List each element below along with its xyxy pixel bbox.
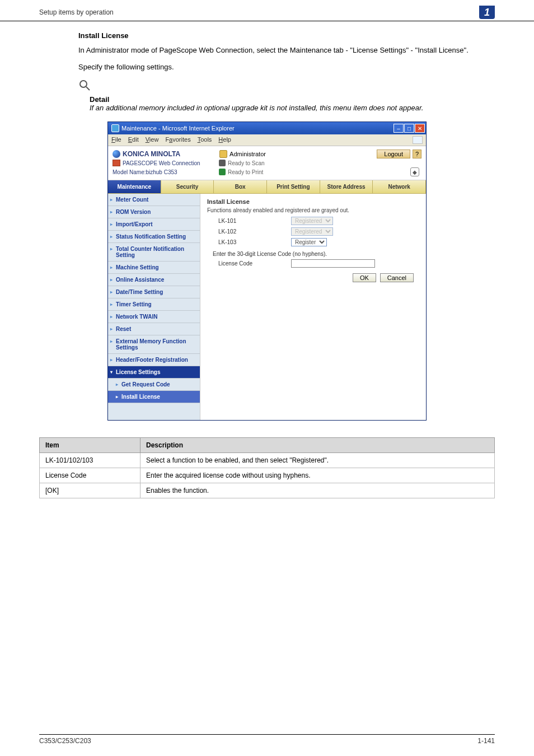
enter-code-note: Enter the 30-digit License Code (no hyph… bbox=[213, 251, 419, 257]
tab-box[interactable]: Box bbox=[214, 180, 267, 194]
ready-scan-label: Ready to Scan bbox=[228, 160, 265, 166]
cell-desc: Enter the acquired license code without … bbox=[140, 468, 495, 483]
print-icon bbox=[219, 169, 226, 175]
table-row: License Code Enter the acquired license … bbox=[40, 468, 495, 483]
sidebar-item-rom-version[interactable]: ROM Version bbox=[108, 206, 200, 218]
sidebar-item-reset[interactable]: Reset bbox=[108, 323, 200, 335]
function-select-lk103[interactable]: Register bbox=[291, 238, 327, 246]
sidebar-item-online-assistance[interactable]: Online Assistance bbox=[108, 274, 200, 286]
tab-maintenance[interactable]: Maintenance bbox=[108, 180, 161, 194]
breadcrumb: Setup items by operation bbox=[39, 8, 114, 16]
menu-file[interactable]: File bbox=[111, 136, 121, 144]
tab-security[interactable]: Security bbox=[161, 180, 214, 194]
status-area: PAGESCOPE Web Connection Ready to Scan M… bbox=[108, 158, 426, 180]
pagescope-label: PAGESCOPE Web Connection bbox=[123, 160, 200, 166]
globe-icon bbox=[113, 150, 120, 158]
status-indicator-icon: ◆ bbox=[410, 167, 419, 176]
magnifier-icon bbox=[78, 79, 495, 94]
ie-throbber-icon bbox=[413, 136, 423, 144]
cell-item: [OK] bbox=[40, 483, 140, 498]
svg-line-1 bbox=[86, 87, 90, 90]
help-button[interactable]: ? bbox=[413, 150, 421, 158]
close-button[interactable]: ✕ bbox=[415, 124, 425, 133]
page-footer: C353/C253/C203 1-141 bbox=[39, 734, 495, 745]
sidebar-item-license-settings[interactable]: License Settings bbox=[108, 366, 200, 379]
section-paragraph-1: In Administrator mode of PageScope Web C… bbox=[78, 45, 495, 55]
browser-window: Maintenance - Microsoft Internet Explore… bbox=[107, 122, 427, 421]
admin-icon bbox=[219, 150, 227, 158]
menu-tools[interactable]: Tools bbox=[198, 136, 212, 144]
description-table: Item Description LK-101/102/103 Select a… bbox=[39, 437, 495, 498]
konica-minolta-logo: KONICA MINOLTA bbox=[113, 150, 180, 158]
cancel-button[interactable]: Cancel bbox=[380, 273, 414, 282]
svg-point-0 bbox=[80, 81, 87, 87]
col-header-description: Description bbox=[140, 438, 495, 453]
tab-bar: Maintenance Security Box Print Setting S… bbox=[108, 180, 426, 194]
minimize-button[interactable]: – bbox=[394, 124, 404, 133]
menu-edit[interactable]: Edit bbox=[128, 136, 139, 144]
license-code-input[interactable] bbox=[291, 259, 375, 268]
window-controls: – □ ✕ bbox=[394, 124, 425, 133]
cell-item: LK-101/102/103 bbox=[40, 453, 140, 468]
function-label: LK-101 bbox=[207, 218, 291, 224]
menu-favorites[interactable]: Favorites bbox=[165, 136, 190, 144]
sidebar-item-status-notification[interactable]: Status Notification Setting bbox=[108, 231, 200, 243]
cell-desc: Enables the function. bbox=[140, 483, 495, 498]
section-paragraph-2: Specify the following settings. bbox=[78, 62, 495, 72]
sidebar-sub-get-request-code[interactable]: Get Request Code bbox=[108, 379, 200, 391]
sidebar-sub-install-license[interactable]: Install License bbox=[108, 391, 200, 403]
button-row: OK Cancel bbox=[207, 273, 419, 282]
function-select-lk101: Registered bbox=[291, 217, 333, 225]
window-title: Maintenance - Microsoft Internet Explore… bbox=[121, 125, 235, 132]
app-header-row: KONICA MINOLTA Administrator Logout ? bbox=[108, 146, 426, 158]
sidebar-item-timer-setting[interactable]: Timer Setting bbox=[108, 298, 200, 311]
ie-icon bbox=[111, 124, 119, 132]
detail-label: Detail bbox=[90, 95, 495, 104]
license-code-row: License Code bbox=[218, 259, 419, 268]
function-label: LK-102 bbox=[207, 228, 291, 235]
page-header: Setup items by operation 1 bbox=[0, 0, 534, 21]
col-header-item: Item bbox=[40, 438, 140, 453]
sidebar-item-import-export[interactable]: Import/Export bbox=[108, 218, 200, 231]
panel-heading: Install License bbox=[207, 198, 419, 205]
function-row-lk102: LK-102 Registered bbox=[207, 227, 419, 236]
ok-button[interactable]: OK bbox=[353, 273, 376, 282]
page-body: Install License In Administrator mode of… bbox=[0, 21, 534, 498]
logout-button[interactable]: Logout bbox=[377, 150, 410, 158]
sidebar: Meter Count ROM Version Import/Export St… bbox=[108, 194, 200, 420]
pagescope-icon bbox=[113, 160, 120, 166]
browser-titlebar: Maintenance - Microsoft Internet Explore… bbox=[108, 122, 426, 134]
table-row: LK-101/102/103 Select a function to be e… bbox=[40, 453, 495, 468]
sidebar-item-total-counter-notification[interactable]: Total Counter Notification Setting bbox=[108, 243, 200, 262]
model-label: Model Name:bizhub C353 bbox=[113, 169, 177, 175]
brand-label: KONICA MINOLTA bbox=[123, 150, 180, 158]
scan-icon bbox=[219, 160, 226, 166]
menu-view[interactable]: View bbox=[146, 136, 159, 144]
tab-network[interactable]: Network bbox=[373, 180, 426, 194]
function-row-lk103: LK-103 Register bbox=[207, 238, 419, 246]
section-number-badge: 1 bbox=[479, 6, 495, 19]
tab-print-setting[interactable]: Print Setting bbox=[267, 180, 320, 194]
ready-print-label: Ready to Print bbox=[228, 169, 263, 175]
maximize-button[interactable]: □ bbox=[404, 124, 414, 133]
footer-right: 1-141 bbox=[477, 737, 495, 745]
tab-store-address[interactable]: Store Address bbox=[320, 180, 373, 194]
table-row: [OK] Enables the function. bbox=[40, 483, 495, 498]
main-panel: Install License Functions already enable… bbox=[200, 194, 426, 420]
sidebar-item-meter-count[interactable]: Meter Count bbox=[108, 194, 200, 206]
admin-label: Administrator bbox=[229, 151, 266, 157]
sidebar-item-external-memory[interactable]: External Memory Function Settings bbox=[108, 335, 200, 354]
section-title: Install License bbox=[78, 31, 495, 40]
sidebar-item-machine-setting[interactable]: Machine Setting bbox=[108, 262, 200, 274]
app-content: Meter Count ROM Version Import/Export St… bbox=[108, 194, 426, 420]
detail-text: If an additional memory included in opti… bbox=[90, 104, 495, 113]
function-row-lk101: LK-101 Registered bbox=[207, 217, 419, 225]
sidebar-item-network-twain[interactable]: Network TWAIN bbox=[108, 311, 200, 323]
sidebar-item-date-time[interactable]: Date/Time Setting bbox=[108, 286, 200, 298]
menu-help[interactable]: Help bbox=[218, 136, 231, 144]
cell-desc: Select a function to be enabled, and the… bbox=[140, 453, 495, 468]
sidebar-item-header-footer[interactable]: Header/Footer Registration bbox=[108, 354, 200, 366]
grayed-out-note: Functions already enabled and registered… bbox=[207, 207, 419, 213]
function-label: LK-103 bbox=[207, 239, 291, 245]
license-code-label: License Code bbox=[218, 260, 291, 267]
